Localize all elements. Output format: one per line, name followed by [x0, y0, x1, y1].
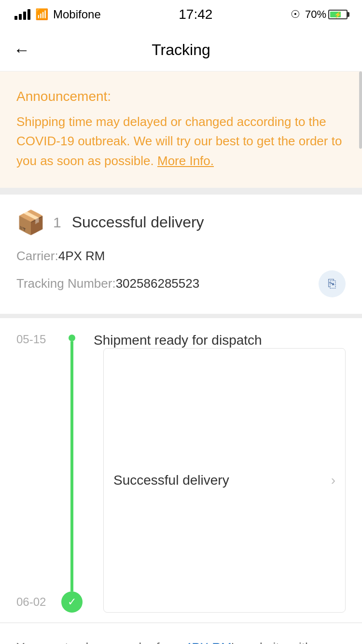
carrier-value: 4PX RM	[58, 249, 105, 264]
battery-percent: 70%	[305, 8, 326, 21]
back-arrow-icon: ←	[14, 41, 30, 59]
delivery-header: 📦 1 Successful delivery	[16, 209, 346, 236]
tracking-row: Tracking Number: 302586285523 ⎘	[16, 270, 346, 297]
announcement-banner: Announcement: Shipping time may delayed …	[0, 71, 362, 188]
timeline-bottom-event-box[interactable]: Successful delivery ›	[103, 348, 346, 613]
page-title: Tracking	[152, 41, 210, 59]
timeline-vertical-line	[70, 341, 73, 591]
tracking-timeline: 05-15 06-02 ✓ Shipment ready for dispatc…	[0, 318, 362, 622]
track-info-pre1: You can track your order from	[16, 640, 185, 644]
track-info-section: You can track your order from 4PX RM's w…	[0, 623, 362, 644]
scroll-thumb[interactable]	[359, 71, 362, 149]
package-icon: 📦	[16, 209, 45, 236]
status-right: ☉ 70% ⚡	[291, 8, 348, 21]
tracking-number: 302586285523	[116, 276, 200, 291]
delivery-status-text: Successful delivery	[72, 213, 204, 231]
4px-rm-link[interactable]: 4PX RM	[185, 640, 232, 644]
carrier-name: Mobifone	[53, 8, 101, 21]
status-time: 17:42	[179, 7, 212, 22]
wifi-icon: 📶	[35, 8, 48, 21]
carrier-label: Carrier:	[16, 249, 58, 264]
carrier-row: Carrier: 4PX RM	[16, 249, 346, 264]
location-icon: ☉	[291, 8, 300, 21]
timeline-check-icon: ✓	[61, 591, 83, 613]
delivery-count: 1	[53, 214, 61, 231]
announcement-title: Announcement:	[16, 89, 346, 104]
timeline-top-date: 05-15	[16, 333, 60, 346]
nav-header: ← Tracking	[0, 29, 362, 71]
status-left: 📶 Mobifone	[14, 8, 101, 21]
chevron-right-icon: ›	[331, 473, 335, 488]
signal-icon	[14, 9, 30, 20]
timeline-top-event: Shipment ready for dispatch	[94, 333, 346, 348]
timeline-bottom-event-text: Successful delivery	[113, 473, 229, 488]
battery-icon: ⚡	[328, 10, 348, 19]
copy-button[interactable]: ⎘	[319, 270, 346, 297]
status-bar: 📶 Mobifone 17:42 ☉ 70% ⚡	[0, 0, 362, 29]
timeline-bottom-date: 06-02	[16, 593, 60, 613]
battery-bolt-icon: ⚡	[334, 11, 342, 18]
back-button[interactable]: ←	[14, 41, 30, 59]
announcement-text: Shipping time may delayed or changed acc…	[16, 112, 346, 170]
battery-container: 70% ⚡	[305, 8, 348, 21]
section-divider-2	[0, 314, 362, 318]
timeline-top-dot	[69, 335, 75, 341]
scroll-container: Announcement: Shipping time may delayed …	[0, 71, 362, 644]
tracking-label: Tracking Number:	[16, 276, 116, 291]
announcement-more-info-link[interactable]: More Info.	[157, 154, 214, 168]
copy-icon: ⎘	[328, 276, 336, 291]
delivery-section: 📦 1 Successful delivery Carrier: 4PX RM …	[0, 195, 362, 314]
section-divider	[0, 188, 362, 195]
